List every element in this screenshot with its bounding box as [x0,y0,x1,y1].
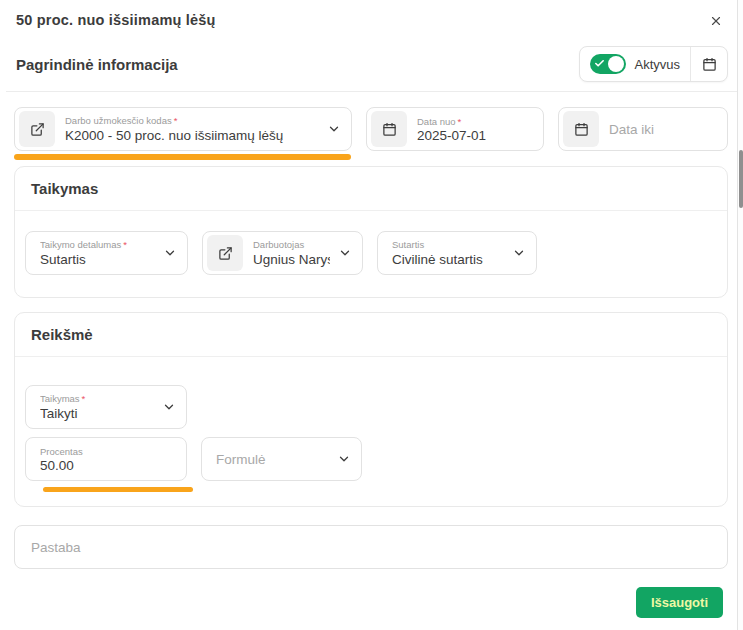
chevron-down-icon[interactable] [163,246,177,260]
calendar-icon [574,122,589,137]
main-info-header: Pagrindinė informacija Aktyvus [0,46,743,82]
salary-code-value: K2000 - 50 proc. nuo išsiimamų lėšų [65,127,319,144]
apply-mode-field[interactable]: Taikymas* Taikyti [25,385,187,429]
employee-texts: Darbuotojas Ugnius Narys [253,239,330,268]
external-link-icon [218,246,233,261]
note-field[interactable] [14,525,728,569]
close-icon[interactable] [707,12,725,30]
chevron-down-icon[interactable] [162,400,176,414]
salary-code-texts: Darbo užmokesčio kodas* K2000 - 50 proc.… [65,115,319,144]
date-from-calendar-button[interactable] [371,111,407,147]
percent-formula-row: Procentas Formulė [25,437,717,481]
scrollbar-track[interactable] [737,0,743,630]
chevron-down-icon[interactable] [327,122,341,136]
date-from-field[interactable]: Data nuo* [366,107,544,151]
percent-label: Procentas [40,446,176,458]
contract-field[interactable]: Sutartis Civilinė sutartis [377,231,537,275]
date-to-field[interactable] [558,107,728,151]
main-fields-row: Darbo užmokesčio kodas* K2000 - 50 proc.… [0,107,743,151]
reiksme-body: Taikymas* Taikyti Procentas Formulė [15,357,727,506]
dialog: 50 proc. nuo išsiimamų lėšų Pagrindinė i… [0,0,743,630]
required-asterisk: * [174,115,178,126]
apply-detail-field[interactable]: Taikymo detalumas* Sutartis [25,231,188,275]
active-toggle[interactable]: Aktyvus [580,54,690,74]
formula-placeholder: Formulė [216,452,266,467]
taikymas-fields-row: Taikymo detalumas* Sutartis Darbuotoj [25,231,717,275]
dialog-footer: Išsaugoti [0,569,743,618]
open-salary-code-button[interactable] [19,111,55,147]
apply-mode-texts: Taikymas* Taikyti [40,393,154,422]
percent-highlight-underline [43,487,193,492]
employee-label: Darbuotojas [253,239,330,251]
open-employee-button[interactable] [207,235,243,271]
contract-value: Civilinė sutartis [392,251,504,268]
main-info-title: Pagrindinė informacija [16,56,178,73]
calendar-icon [702,57,717,72]
calendar-icon [382,122,397,137]
scrollbar-thumb[interactable] [739,150,743,208]
apply-detail-texts: Taikymo detalumas* Sutartis [40,239,155,268]
contract-label: Sutartis [392,239,504,251]
date-to-calendar-button[interactable] [563,111,599,147]
formula-field[interactable]: Formulė [201,437,362,481]
apply-mode-label: Taikymas* [40,393,154,405]
employee-field[interactable]: Darbuotojas Ugnius Narys [202,231,363,275]
reiksme-section: Reikšmė Taikymas* Taikyti Procentas [14,312,728,507]
chevron-down-icon[interactable] [338,246,352,260]
apply-detail-value: Sutartis [40,251,155,268]
history-calendar-button[interactable] [691,47,727,81]
date-from-input[interactable] [417,128,533,143]
date-from-texts: Data nuo* [417,116,533,143]
active-toggle-group: Aktyvus [579,46,728,82]
apply-detail-label: Taikymo detalumas* [40,239,155,251]
save-button[interactable]: Išsaugoti [636,587,723,618]
toggle-switch[interactable] [590,54,626,74]
chevron-down-icon[interactable] [337,452,351,466]
taikymas-title: Taikymas [15,167,727,211]
apply-mode-value: Taikyti [40,405,154,422]
external-link-icon [30,122,45,137]
salary-code-label: Darbo užmokesčio kodas* [65,115,319,127]
required-asterisk: * [458,116,462,127]
divider [6,91,737,92]
percent-texts: Procentas [40,446,176,473]
taikymas-section: Taikymas Taikymo detalumas* Sutartis [14,166,728,298]
toggle-knob [608,56,624,72]
required-asterisk: * [82,393,86,404]
active-toggle-label: Aktyvus [634,57,680,72]
note-input[interactable] [31,540,711,555]
date-to-input[interactable] [609,122,717,137]
required-asterisk: * [123,239,127,250]
employee-value: Ugnius Narys [253,251,330,268]
salary-code-highlight-underline [14,154,351,160]
reiksme-title: Reikšmė [15,313,727,357]
dialog-header: 50 proc. nuo išsiimamų lėšų [0,0,743,30]
taikymas-body: Taikymo detalumas* Sutartis Darbuotoj [15,211,727,297]
salary-code-field[interactable]: Darbo užmokesčio kodas* K2000 - 50 proc.… [14,107,352,151]
dialog-title: 50 proc. nuo išsiimamų lėšų [16,12,216,28]
chevron-down-icon[interactable] [512,246,526,260]
percent-input[interactable] [40,458,176,473]
date-from-label: Data nuo* [417,116,533,128]
contract-texts: Sutartis Civilinė sutartis [392,239,504,268]
check-icon [594,58,605,69]
percent-field[interactable]: Procentas [25,437,187,481]
